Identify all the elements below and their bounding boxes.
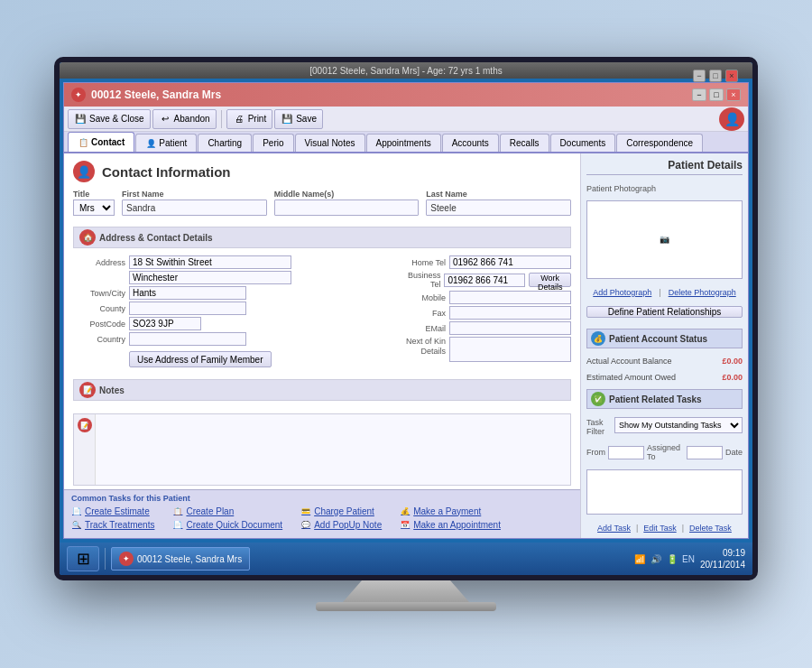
tab-accounts[interactable]: Accounts — [442, 134, 499, 152]
define-relationships-button[interactable]: Define Patient Relationships — [586, 306, 743, 318]
delete-photo-link[interactable]: Delete Photograph — [669, 288, 736, 297]
delete-task-link[interactable]: Delete Task — [689, 524, 732, 533]
make-appointment-icon: 📅 — [400, 519, 411, 530]
app-title: 00012 Steele, Sandra Mrs — [91, 88, 687, 101]
app-icon: ✦ — [71, 88, 86, 102]
fax-input[interactable] — [449, 306, 571, 320]
notes-area: 📝 — [73, 413, 571, 486]
monitor-base — [316, 602, 496, 611]
task-filter-label: Task Filter — [586, 418, 612, 436]
print-icon: 🖨 — [233, 113, 245, 125]
business-tel-label: Business Tel — [405, 271, 440, 289]
business-tel-input[interactable] — [444, 274, 525, 287]
make-payment-link[interactable]: 💰 Make a Payment — [400, 506, 501, 516]
last-name-input[interactable] — [426, 199, 571, 216]
first-name-input[interactable] — [122, 199, 267, 216]
taskbar-app[interactable]: ✦ 00012 Steele, Sandra Mrs — [111, 547, 250, 571]
tab-charting[interactable]: Charting — [198, 134, 252, 152]
tab-recalls[interactable]: Recalls — [500, 134, 549, 152]
tasks-list-area — [586, 469, 743, 515]
taskbar-separator — [105, 548, 106, 570]
tab-appointments[interactable]: Appointments — [366, 134, 441, 152]
print-button[interactable]: 🖨 Print — [226, 109, 273, 129]
notes-icon-hdr: 📝 — [79, 382, 96, 398]
clock-date: 20/11/2014 — [700, 559, 745, 571]
notes-section-header: 📝 Notes — [73, 379, 571, 401]
outer-close-btn[interactable]: × — [725, 70, 738, 82]
task-filter-select[interactable]: Show My Outstanding Tasks Show All Tasks — [614, 417, 743, 433]
assigned-to-input[interactable] — [687, 446, 723, 459]
country-input[interactable] — [129, 332, 246, 346]
town-label: Town/City — [73, 289, 125, 298]
next-of-kin-input[interactable] — [449, 337, 571, 362]
taskbar: ⊞ ✦ 00012 Steele, Sandra Mrs 📶 🔊 🔋 EN — [60, 543, 752, 575]
tab-documents[interactable]: Documents — [550, 134, 616, 152]
add-photo-link[interactable]: Add Photograph — [593, 288, 651, 297]
section-title: Contact Information — [102, 164, 231, 180]
date-label: Date — [725, 448, 743, 457]
estimated-owed-label: Estimated Amount Owed — [586, 373, 676, 382]
title-label: Title — [73, 190, 115, 199]
address-icon: 🏠 — [79, 229, 96, 246]
title-select[interactable]: Mrs Mr Miss Ms Dr — [73, 199, 115, 216]
county-input[interactable] — [129, 302, 246, 315]
next-of-kin-label: Next of Kin Details — [405, 337, 446, 357]
tab-patient[interactable]: 👤 Patient — [135, 134, 197, 152]
save-icon: 💾 — [281, 113, 293, 125]
actual-balance-row: Actual Account Balance £0.00 — [586, 357, 743, 366]
use-family-address-button[interactable]: Use Address of Family Member — [129, 351, 272, 367]
create-quick-doc-link[interactable]: 📄 Create Quick Document — [172, 519, 282, 530]
photo-area: 📷 — [586, 200, 743, 279]
save-close-button[interactable]: 💾 Save & Close — [68, 109, 151, 129]
middle-name-input[interactable] — [274, 199, 420, 216]
create-estimate-link[interactable]: 📄 Create Estimate — [71, 506, 154, 516]
track-treatments-icon: 🔍 — [71, 519, 82, 530]
account-status-title: Patient Account Status — [609, 334, 707, 344]
patient-tasks-icon: ✅ — [591, 392, 605, 406]
email-input[interactable] — [449, 321, 571, 335]
estimated-owed-value: £0.00 — [722, 373, 743, 382]
battery-icon: 🔋 — [666, 552, 678, 565]
middle-name-label: Middle Name(s) — [274, 190, 420, 199]
create-plan-link[interactable]: 📋 Create Plan — [172, 506, 282, 516]
add-popup-note-link[interactable]: 💬 Add PopUp Note — [300, 519, 382, 530]
tab-perio[interactable]: Perio — [253, 134, 293, 152]
notes-textarea[interactable] — [96, 414, 570, 485]
contact-tab-icon: 📋 — [78, 137, 88, 148]
town-input[interactable] — [129, 286, 246, 300]
tab-correspondence[interactable]: Correspondence — [616, 134, 703, 152]
make-payment-icon: 💰 — [400, 506, 411, 516]
outer-min-btn[interactable]: − — [693, 70, 706, 82]
address-line2-input[interactable] — [129, 271, 291, 284]
address-line1-input[interactable] — [129, 255, 291, 269]
app-close-btn[interactable]: × — [726, 88, 741, 101]
taskbar-app-label: 00012 Steele, Sandra Mrs — [137, 554, 242, 564]
patient-details-title: Patient Details — [586, 159, 743, 175]
track-treatments-link[interactable]: 🔍 Track Treatments — [71, 519, 154, 530]
tab-visual-notes[interactable]: Visual Notes — [295, 134, 365, 152]
postcode-input[interactable] — [129, 317, 201, 330]
from-input[interactable] — [608, 446, 644, 459]
charge-patient-link[interactable]: 💳 Charge Patient — [300, 506, 382, 516]
home-tel-input[interactable] — [449, 255, 571, 269]
add-task-link[interactable]: Add Task — [597, 524, 631, 533]
contact-info-icon: 👤 — [73, 161, 95, 182]
app-max-btn[interactable]: □ — [709, 88, 724, 101]
tab-contact[interactable]: 📋 Contact — [68, 132, 134, 152]
work-details-button[interactable]: Work Details — [529, 273, 571, 287]
abandon-button[interactable]: ↩ Abandon — [152, 109, 217, 129]
add-popup-note-icon: 💬 — [300, 519, 311, 530]
mobile-input[interactable] — [449, 291, 571, 304]
patient-tab-icon: 👤 — [145, 138, 156, 149]
volume-icon: 🔊 — [650, 552, 662, 565]
account-status-icon: 💰 — [591, 331, 605, 346]
create-plan-icon: 📋 — [172, 506, 183, 516]
common-tasks-bar: Common Tasks for this Patient 📄 Create E… — [64, 489, 580, 538]
make-appointment-link[interactable]: 📅 Make an Appointment — [400, 519, 501, 530]
app-min-btn[interactable]: − — [692, 88, 706, 101]
start-button[interactable]: ⊞ — [67, 546, 99, 571]
estimated-owed-row: Estimated Amount Owed £0.00 — [586, 373, 743, 382]
edit-task-link[interactable]: Edit Task — [643, 524, 676, 533]
outer-max-btn[interactable]: □ — [709, 70, 722, 82]
save-button[interactable]: 💾 Save — [274, 109, 323, 129]
